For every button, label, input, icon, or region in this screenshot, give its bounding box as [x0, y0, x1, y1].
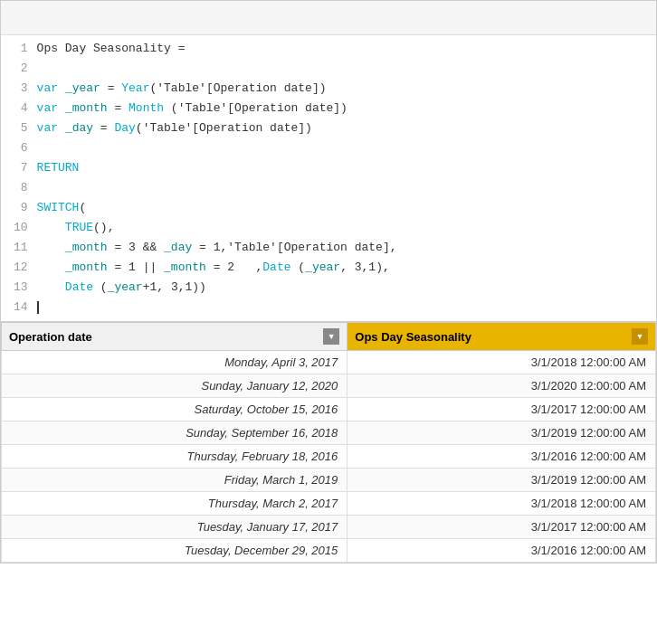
code-line-4: var _month = Month ('Table'[Operation da…: [37, 99, 647, 118]
code-token: =: [93, 121, 114, 135]
code-token: Ops Day Seasonality =: [37, 42, 186, 55]
operation-date-cell: Thursday, February 18, 2016: [2, 445, 348, 469]
code-token: Month: [129, 101, 164, 115]
code-line-8: [37, 178, 647, 198]
table-row: Sunday, January 12, 20203/1/2020 12:00:0…: [2, 374, 656, 398]
code-token: [37, 260, 65, 274]
ops-day-seasonality-cell: 3/1/2018 12:00:00 AM: [348, 351, 656, 374]
confirm-button[interactable]: [41, 5, 66, 31]
code-line-13: Date (_year+1, 3,1)): [37, 278, 647, 298]
code-token: RETURN: [37, 161, 80, 175]
code-token: _month: [164, 260, 206, 274]
code-body: 1234567891011121314 Ops Day Seasonality …: [1, 35, 656, 321]
ops-day-seasonality-cell: 3/1/2020 12:00:00 AM: [348, 374, 656, 398]
table-header-operation-date[interactable]: Operation date▼: [2, 323, 348, 351]
operation-date-cell: Saturday, October 15, 2016: [2, 398, 348, 421]
data-table: Operation date▼Ops Day Seasonality▼ Mond…: [1, 322, 656, 563]
operation-date-cell: Thursday, March 2, 2017: [2, 492, 348, 516]
line-number-12: 12: [14, 258, 28, 278]
code-token: = 3 &&: [108, 241, 164, 254]
code-token: , 3,1),: [340, 260, 390, 274]
code-token: SWITCH: [37, 201, 80, 214]
line-number-9: 9: [14, 198, 28, 218]
table-row: Tuesday, January 17, 20173/1/2017 12:00:…: [2, 516, 656, 539]
operation-date-cell: Sunday, September 16, 2018: [2, 421, 348, 445]
dropdown-icon[interactable]: ▼: [323, 328, 339, 345]
code-token: (),: [93, 221, 114, 234]
code-token: =: [100, 81, 121, 95]
text-cursor: [37, 301, 39, 314]
code-token: = 1,'Table'[Operation date],: [192, 241, 396, 254]
table-row: Sunday, September 16, 20183/1/2019 12:00…: [2, 421, 656, 445]
line-number-10: 10: [14, 218, 28, 238]
code-content[interactable]: Ops Day Seasonality = var _year = Year('…: [37, 39, 656, 317]
code-token: = 1 ||: [108, 260, 164, 274]
code-token: =: [108, 101, 129, 115]
code-line-2: [37, 59, 647, 79]
code-line-7: RETURN: [37, 158, 647, 178]
ops-day-seasonality-cell: 3/1/2019 12:00:00 AM: [348, 421, 656, 445]
code-token: var: [37, 121, 65, 135]
code-token: TRUE: [65, 221, 93, 234]
code-token: (: [93, 280, 108, 294]
operation-date-cell: Tuesday, December 29, 2015: [2, 539, 348, 563]
code-token: _month: [65, 260, 108, 274]
code-token: (: [79, 201, 86, 214]
table-row: Friday, March 1, 20193/1/2019 12:00:00 A…: [2, 469, 656, 492]
code-line-3: var _year = Year('Table'[Operation date]…: [37, 79, 647, 99]
code-token: = 2 ,: [206, 260, 262, 274]
code-token: _year: [305, 260, 340, 274]
code-line-11: _month = 3 && _day = 1,'Table'[Operation…: [37, 238, 647, 258]
table-header-ops-day-seasonality[interactable]: Ops Day Seasonality▼: [348, 323, 656, 351]
code-token: _day: [65, 121, 93, 135]
code-token: (: [291, 260, 306, 274]
line-numbers: 1234567891011121314: [1, 39, 37, 317]
code-line-12: _month = 1 || _month = 2 ,Date (_year, 3…: [37, 258, 647, 278]
operation-date-cell: Tuesday, January 17, 2017: [2, 516, 348, 539]
ops-day-seasonality-cell: 3/1/2016 12:00:00 AM: [348, 539, 656, 563]
code-token: ('Table'[Operation date]): [164, 101, 348, 115]
code-line-5: var _day = Day('Table'[Operation date]): [37, 118, 647, 138]
code-line-6: [37, 138, 647, 158]
code-token: [37, 280, 65, 294]
ops-day-seasonality-cell: 3/1/2016 12:00:00 AM: [348, 445, 656, 469]
ops-day-seasonality-cell: 3/1/2019 12:00:00 AM: [348, 469, 656, 492]
code-token: _year: [65, 81, 100, 95]
code-token: _month: [65, 101, 108, 115]
code-token: _month: [65, 241, 108, 254]
line-number-6: 6: [14, 138, 28, 158]
line-number-3: 3: [14, 79, 28, 99]
line-number-2: 2: [14, 59, 28, 79]
editor-toolbar: [1, 1, 656, 35]
code-line-1: Ops Day Seasonality =: [37, 39, 647, 59]
code-token: ('Table'[Operation date]): [136, 121, 312, 135]
data-table-container: Operation date▼Ops Day Seasonality▼ Mond…: [0, 322, 657, 564]
line-number-14: 14: [14, 298, 28, 317]
line-number-7: 7: [14, 158, 28, 178]
line-number-13: 13: [14, 278, 28, 298]
code-token: Year: [121, 81, 149, 95]
line-number-5: 5: [14, 118, 28, 138]
code-token: [37, 221, 65, 234]
operation-date-cell: Sunday, January 12, 2020: [2, 374, 348, 398]
code-token: Day: [114, 121, 135, 135]
code-token: _day: [164, 241, 192, 254]
line-number-8: 8: [14, 178, 28, 198]
line-number-4: 4: [14, 99, 28, 118]
cancel-button[interactable]: [8, 5, 33, 31]
code-token: var: [37, 101, 65, 115]
line-number-1: 1: [14, 39, 28, 59]
header-label: Operation date: [9, 330, 92, 344]
table-row: Tuesday, December 29, 20153/1/2016 12:00…: [2, 539, 656, 563]
code-token: Date: [65, 280, 93, 294]
ops-day-seasonality-cell: 3/1/2017 12:00:00 AM: [348, 398, 656, 421]
code-token: ('Table'[Operation date]): [149, 81, 326, 95]
line-number-11: 11: [14, 238, 28, 258]
code-line-10: TRUE(),: [37, 218, 647, 238]
table-row: Saturday, October 15, 20163/1/2017 12:00…: [2, 398, 656, 421]
code-token: var: [37, 81, 65, 95]
dropdown-icon[interactable]: ▼: [632, 328, 648, 345]
code-editor: 1234567891011121314 Ops Day Seasonality …: [0, 0, 657, 322]
operation-date-cell: Friday, March 1, 2019: [2, 469, 348, 492]
ops-day-seasonality-cell: 3/1/2017 12:00:00 AM: [348, 516, 656, 539]
